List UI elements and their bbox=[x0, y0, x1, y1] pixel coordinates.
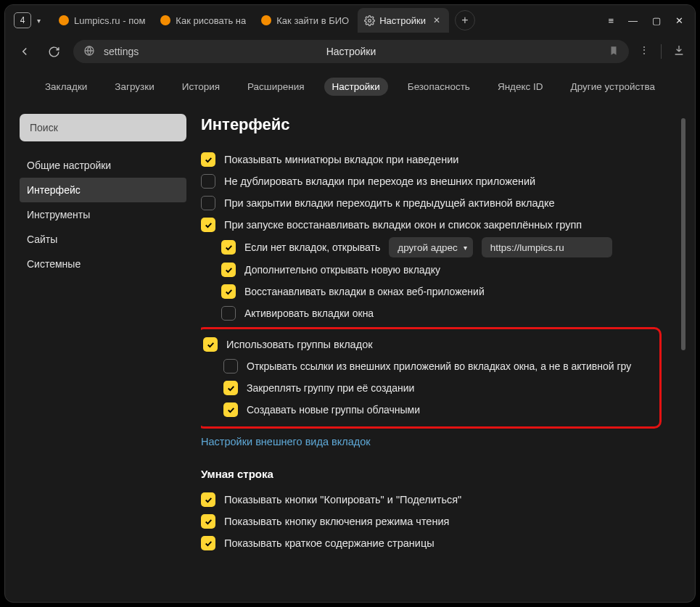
topnav-security[interactable]: Безопасность bbox=[400, 78, 478, 96]
checkbox[interactable] bbox=[221, 306, 236, 321]
minimize-button[interactable]: — bbox=[628, 15, 638, 26]
window-controls: ≡ — ▢ ✕ bbox=[593, 15, 689, 26]
topnav-history[interactable]: История bbox=[174, 78, 228, 96]
bookmark-icon[interactable] bbox=[609, 46, 619, 58]
download-icon[interactable] bbox=[673, 44, 685, 59]
address-field[interactable]: settings Настройки bbox=[73, 40, 629, 63]
checkbox-row: Показывать миниатюры вкладок при наведен… bbox=[201, 149, 662, 170]
browser-tab-3[interactable]: Настройки ✕ bbox=[358, 8, 449, 33]
menu-icon[interactable]: ≡ bbox=[608, 15, 614, 26]
topnav-downloads[interactable]: Загрузки bbox=[107, 78, 162, 96]
checkbox-label: Показывать краткое содержание страницы bbox=[224, 537, 435, 549]
checkbox[interactable] bbox=[201, 174, 215, 189]
close-window-button[interactable]: ✕ bbox=[675, 15, 683, 26]
tab-appearance-link[interactable]: Настройки внешнего вида вкладок bbox=[201, 436, 662, 447]
checkbox-row-sub: Закреплять группу при её создании bbox=[203, 377, 655, 399]
checkbox-label: Открывать ссылки из внешних приложений в… bbox=[247, 360, 631, 372]
gear-icon bbox=[363, 15, 375, 26]
browser-tab-2[interactable]: Как зайти в БИО bbox=[255, 8, 358, 33]
chevron-down-icon: ▾ bbox=[33, 17, 45, 25]
kebab-icon[interactable]: ⋮ bbox=[639, 44, 649, 59]
checkbox[interactable] bbox=[223, 381, 238, 395]
checkbox-label: При запуске восстанавливать вкладки окон… bbox=[224, 219, 582, 231]
sidebar-item-interface[interactable]: Интерфейс bbox=[20, 178, 186, 202]
topnav-yandex-id[interactable]: Яндекс ID bbox=[490, 78, 551, 96]
settings-sidebar: Поиск Общие настройки Интерфейс Инструме… bbox=[20, 114, 186, 602]
scrollbar[interactable] bbox=[679, 114, 688, 602]
settings-top-nav: Закладки Загрузки История Расширения Нас… bbox=[5, 67, 695, 105]
checkbox[interactable] bbox=[223, 402, 238, 417]
checkbox-row: Не дублировать вкладки при переходе из в… bbox=[201, 170, 662, 192]
close-icon[interactable]: ✕ bbox=[433, 15, 440, 25]
favicon-icon bbox=[160, 15, 171, 26]
tab-label: Настройки bbox=[379, 15, 426, 26]
address-text: settings bbox=[104, 46, 139, 57]
settings-content: Интерфейс Показывать миниатюры вкладок п… bbox=[201, 114, 664, 602]
checkbox-row-sub: Если нет вкладок, открывать другой адрес… bbox=[201, 236, 662, 259]
checkbox-label: Не дублировать вкладки при переходе из в… bbox=[224, 176, 535, 187]
globe-icon bbox=[83, 45, 95, 59]
sidebar-search[interactable]: Поиск bbox=[20, 114, 186, 141]
checkbox-row-sub: Дополнительно открывать новую вкладку bbox=[201, 259, 662, 281]
checkbox-row-sub: Открывать ссылки из внешних приложений в… bbox=[203, 355, 655, 377]
scrollbar-thumb[interactable] bbox=[681, 118, 685, 350]
highlighted-group: Использовать группы вкладок Открывать сс… bbox=[201, 327, 662, 429]
titlebar: 4 ▾ Lumpics.ru - пом Как рисовать на Как… bbox=[5, 5, 695, 36]
checkbox-label: Показывать миниатюры вкладок при наведен… bbox=[224, 154, 458, 165]
maximize-button[interactable]: ▢ bbox=[652, 15, 661, 26]
checkbox[interactable] bbox=[201, 536, 215, 550]
subsection-title: Умная строка bbox=[201, 468, 662, 480]
reload-button[interactable] bbox=[44, 42, 63, 61]
checkbox-label: Показывать кнопку включения режима чтени… bbox=[224, 516, 449, 527]
favicon-icon bbox=[260, 15, 272, 26]
checkbox[interactable] bbox=[201, 492, 215, 507]
checkbox-row-sub: Создавать новые группы облачными bbox=[203, 399, 655, 421]
tab-strip: Lumpics.ru - пом Как рисовать на Как зай… bbox=[52, 5, 593, 36]
address-mode-select[interactable]: другой адрес ▾ bbox=[389, 237, 473, 257]
checkbox-label: Если нет вкладок, открывать bbox=[244, 241, 380, 253]
topnav-bookmarks[interactable]: Закладки bbox=[37, 78, 95, 96]
checkbox-label: Показывать кнопки "Копировать" и "Подели… bbox=[224, 494, 461, 505]
svg-point-0 bbox=[368, 19, 371, 22]
tab-label: Lumpics.ru - пом bbox=[74, 15, 145, 26]
page-title: Настройки bbox=[326, 46, 376, 57]
checkbox-label: При закрытии вкладки переходить к предыд… bbox=[224, 197, 555, 209]
topnav-settings[interactable]: Настройки bbox=[324, 78, 388, 96]
section-title: Интерфейс bbox=[201, 115, 662, 134]
checkbox-label: Закреплять группу при её создании bbox=[247, 382, 414, 394]
tab-label: Как зайти в БИО bbox=[276, 15, 349, 26]
checkbox[interactable] bbox=[223, 359, 238, 373]
tab-count-button[interactable]: 4 ▾ bbox=[14, 12, 45, 28]
address-bar: settings Настройки ⋮ bbox=[5, 36, 695, 67]
checkbox-row: Показывать краткое содержание страницы bbox=[201, 532, 662, 554]
startup-url-input[interactable] bbox=[482, 237, 612, 257]
checkbox[interactable] bbox=[201, 152, 215, 167]
checkbox-row: Показывать кнопки "Копировать" и "Подели… bbox=[201, 489, 662, 511]
checkbox[interactable] bbox=[201, 514, 215, 529]
checkbox-row: Показывать кнопку включения режима чтени… bbox=[201, 511, 662, 532]
sidebar-item-tools[interactable]: Инструменты bbox=[20, 202, 186, 227]
topnav-other-devices[interactable]: Другие устройства bbox=[563, 78, 664, 96]
browser-tab-0[interactable]: Lumpics.ru - пом bbox=[52, 8, 154, 33]
sidebar-item-system[interactable]: Системные bbox=[20, 252, 186, 276]
favicon-icon bbox=[58, 15, 70, 26]
checkbox-label: Создавать новые группы облачными bbox=[247, 404, 420, 416]
tab-label: Как рисовать на bbox=[176, 15, 246, 26]
checkbox[interactable] bbox=[221, 240, 236, 255]
checkbox-label: Восстанавливать вкладки в окнах веб-прил… bbox=[244, 286, 485, 297]
checkbox[interactable] bbox=[203, 337, 218, 352]
back-button[interactable] bbox=[15, 42, 34, 61]
checkbox-row: При закрытии вкладки переходить к предыд… bbox=[201, 192, 662, 214]
checkbox[interactable] bbox=[221, 284, 236, 299]
sidebar-item-general[interactable]: Общие настройки bbox=[20, 153, 186, 178]
checkbox[interactable] bbox=[221, 263, 236, 277]
checkbox[interactable] bbox=[201, 218, 215, 232]
checkbox-label: Дополнительно открывать новую вкладку bbox=[244, 264, 440, 276]
topnav-extensions[interactable]: Расширения bbox=[239, 78, 313, 96]
browser-tab-1[interactable]: Как рисовать на bbox=[154, 8, 255, 33]
new-tab-button[interactable]: + bbox=[455, 10, 475, 30]
checkbox-label: Использовать группы вкладок bbox=[226, 339, 373, 350]
checkbox-row: Использовать группы вкладок bbox=[203, 334, 655, 355]
sidebar-item-sites[interactable]: Сайты bbox=[20, 227, 186, 252]
checkbox[interactable] bbox=[201, 196, 215, 210]
